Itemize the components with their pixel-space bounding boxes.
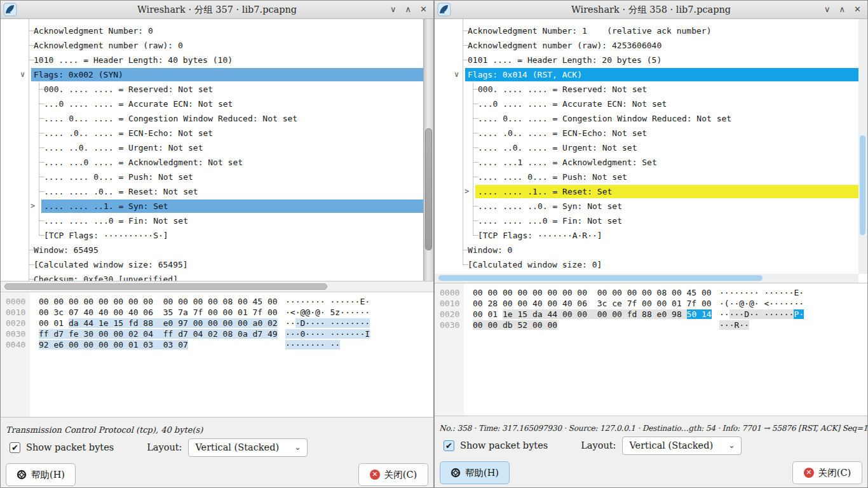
tree-branch-line [39,147,44,148]
tree-row[interactable]: .... .... 0... = Push: Not set [1,170,433,184]
layout-label: Layout: [147,442,182,452]
tree-row[interactable]: Window: 65495 [1,243,433,257]
titlebar[interactable]: Wireshark · 分组 358 · lib7.pcapng ∨ ∧ ✕ [435,1,867,19]
tree-row[interactable]: 1010 .... = Header Length: 40 bytes (10) [1,53,433,67]
hex-row[interactable]: 001000 28 00 00 40 00 40 06 3c ce 7f 00 … [435,298,867,309]
close-window-icon[interactable]: ✕ [420,1,427,18]
hex-row[interactable]: 004092 e6 00 00 00 00 01 03 03 07·······… [1,339,433,350]
tree-row-label: Flags: 0x002 (SYN) [31,68,424,81]
minimize-icon[interactable]: ∨ [824,1,831,18]
tree-branch-line [39,133,44,133]
packet-bytes-pane[interactable]: 000000 00 00 00 00 00 00 00 00 00 00 00 … [1,292,433,417]
tree-row[interactable]: .... ..0. .... = Urgent: Not set [1,140,433,155]
close-red-circle-icon: ✕ [804,468,814,478]
help-lifebuoy-icon [451,468,461,478]
tree-branch-line [29,279,34,280]
status-text: No.: 358 · Time: 317.165097930 · Source:… [435,416,867,433]
tree-row[interactable]: .... 0... .... = Congestion Window Reduc… [1,111,433,126]
tree-row-label: 0101 .... = Header Length: 20 bytes (5) [465,53,858,67]
chevron-down-icon[interactable]: ∨ [454,67,459,82]
maximize-icon[interactable]: ∧ [839,1,846,18]
packet-detail-tree[interactable]: Acknowledgment Number: 0Acknowledgment n… [1,19,433,281]
tree-row[interactable]: .... .... ...0 = Fin: Not set [435,214,867,228]
scrollbar-thumb[interactable] [438,275,763,281]
close-dialog-button[interactable]: ✕ 关闭(C) [792,461,862,484]
tree-row[interactable]: ...0 .... .... = Accurate ECN: Not set [1,97,433,111]
tree-horizontal-scrollbar[interactable] [1,281,433,292]
tree-vertical-scrollbar[interactable] [858,19,867,274]
tree-horizontal-scrollbar[interactable] [435,274,858,283]
tree-row[interactable]: 000. .... .... = Reserved: Not set [435,82,867,97]
tree-row[interactable]: Acknowledgment Number: 0 [1,24,433,38]
tree-row[interactable]: .... .... 0... = Push: Not set [435,170,867,184]
tree-row[interactable]: [Calculated window size: 65495] [1,257,433,272]
tree-row[interactable]: .... .0.. .... = ECN-Echo: Not set [435,126,867,140]
show-packet-bytes-checkbox[interactable]: ✔ [10,442,20,453]
layout-select-value: Vertical (Stacked) [629,440,713,451]
tree-row[interactable]: Acknowledgment number (raw): 0 [1,38,433,53]
tree-row[interactable]: .... ...1 .... = Acknowledgment: Set [435,155,867,170]
tree-row[interactable]: Checksum: 0xfe30 [unverified] [1,272,433,281]
close-dialog-button[interactable]: ✕ 关闭(C) [358,463,428,486]
tree-row[interactable]: [TCP Flags: ·······A·R··] [435,228,867,243]
layout-select[interactable]: Vertical (Stacked) ⌄ [188,438,308,457]
tree-row-label: Acknowledgment Number: 1 (relative ack n… [465,24,858,37]
tree-row[interactable]: Window: 0 [435,243,867,257]
ascii-bytes: ········ ······E· [285,296,370,307]
hex-row[interactable]: 001000 3c 07 40 40 00 40 06 35 7a 7f 00 … [1,307,433,318]
show-packet-bytes-checkbox[interactable]: ✔ [444,440,454,451]
wireshark-window-packet-357: Wireshark · 分组 357 · lib7.pcapng ∨ ∧ ✕ A… [0,0,434,488]
hex-bytes: 00 28 00 00 40 00 40 06 3c ce 7f 00 00 0… [473,298,710,309]
hex-row[interactable]: 000000 00 00 00 00 00 00 00 00 00 00 00 … [435,287,867,298]
tree-row-label: ...0 .... .... = Accurate ECN: Not set [475,97,858,111]
hex-row[interactable]: 002000 01 1e 15 da 44 00 00 00 00 fd 88 … [435,309,867,320]
tree-row-label: .... .... ..0. = Syn: Not set [475,200,858,213]
hex-row[interactable]: 0030ff d7 fe 30 00 00 02 04 ff d7 04 02 … [1,329,433,339]
tree-row[interactable]: .... .... .0.. = Reset: Not set [1,184,433,199]
hex-row[interactable]: 003000 00 db 52 00 00···R·· [435,320,867,330]
hex-row[interactable]: 000000 00 00 00 00 00 00 00 00 00 00 00 … [1,296,433,307]
tree-row[interactable]: .... .... ...0 = Fin: Not set [1,214,433,228]
tree-row-label: .... .0.. .... = ECN-Echo: Not set [475,126,858,140]
hex-row[interactable]: 002000 01 da 44 1e 15 fd 88 e0 97 00 00 … [1,318,433,329]
tree-row[interactable]: ∨Flags: 0x002 (SYN) [1,67,433,82]
tree-row[interactable]: .... ..0. .... = Urgent: Not set [435,140,867,155]
scrollbar-thumb[interactable] [860,135,865,235]
tree-row[interactable]: >.... .... ..1. = Syn: Set [1,199,433,214]
help-button[interactable]: 帮助(H) [6,463,76,486]
tree-branch-line [473,147,478,148]
tree-row[interactable]: .... ...0 .... = Acknowledgment: Not set [1,155,433,170]
tree-row[interactable]: 000. .... .... = Reserved: Not set [1,82,433,97]
tree-row-label: .... ...0 .... = Acknowledgment: Not set [41,156,424,169]
tree-row[interactable]: .... .... ..0. = Syn: Not set [435,199,867,214]
packet-bytes-pane[interactable]: 000000 00 00 00 00 00 00 00 00 00 00 00 … [435,283,867,416]
chevron-right-icon[interactable]: > [31,199,35,214]
show-packet-bytes-label: Show packet bytes [26,442,114,452]
scrollbar-thumb[interactable] [4,283,327,290]
layout-select[interactable]: Vertical (Stacked) ⌄ [622,437,742,455]
tree-row[interactable]: [Calculated window size: 0] [435,257,867,272]
tree-row[interactable]: [TCP Flags: ··········S·] [1,228,433,243]
tree-row[interactable]: .... 0... .... = Congestion Window Reduc… [435,111,867,126]
tree-row[interactable]: .... .0.. .... = ECN-Echo: Not set [1,126,433,140]
close-button-label: 关闭(C) [384,469,417,481]
help-button[interactable]: 帮助(H) [440,461,510,484]
tree-row[interactable]: ∨Flags: 0x014 (RST, ACK) [435,67,867,82]
close-window-icon[interactable]: ✕ [854,1,861,18]
tree-row-label: [TCP Flags: ·······A·R··] [475,229,858,242]
tree-row[interactable]: Acknowledgment Number: 1 (relative ack n… [435,24,867,38]
tree-row[interactable]: >.... .... .1.. = Reset: Set [435,184,867,199]
tree-row[interactable]: Acknowledgment number (raw): 4253606040 [435,38,867,53]
tree-row[interactable]: ...0 .... .... = Accurate ECN: Not set [435,97,867,111]
tree-row[interactable]: 0101 .... = Header Length: 20 bytes (5) [435,53,867,67]
hex-bytes: 00 00 00 00 00 00 00 00 00 00 00 00 08 0… [39,296,276,307]
tree-row-label: Checksum: 0xfe30 [unverified] [31,273,424,281]
chevron-right-icon[interactable]: > [465,184,469,199]
minimize-icon[interactable]: ∨ [390,1,397,18]
packet-detail-tree[interactable]: Acknowledgment Number: 1 (relative ack n… [435,19,867,283]
scrollbar-thumb[interactable] [425,128,432,250]
titlebar[interactable]: Wireshark · 分组 357 · lib7.pcapng ∨ ∧ ✕ [1,1,433,19]
maximize-icon[interactable]: ∧ [405,1,412,18]
chevron-down-icon[interactable]: ∨ [20,67,25,82]
tree-vertical-scrollbar[interactable] [423,19,433,281]
